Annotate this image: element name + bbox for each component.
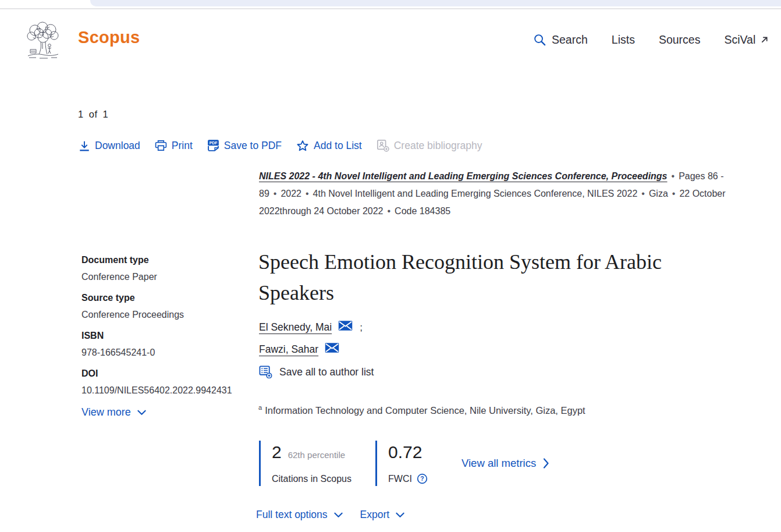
bullet-separator: • — [641, 189, 645, 198]
save-all-label: Save all to author list — [279, 366, 374, 378]
conference-name: 4th Novel Intelligent and Leading Emergi… — [313, 189, 638, 198]
scopus-wordmark[interactable]: Scopus — [78, 28, 140, 47]
document-toolbar: Download Print PDF Save to PDF Add to L — [79, 139, 482, 152]
nav-sources-label: Sources — [659, 33, 701, 47]
full-text-options-label: Full text options — [256, 509, 328, 521]
citations-percentile: 62th percentile — [288, 450, 345, 460]
download-button[interactable]: Download — [79, 140, 140, 152]
save-all-to-author-list-button[interactable]: Save all to author list — [259, 366, 374, 378]
nav-sources[interactable]: Sources — [659, 33, 701, 47]
field-label: Source type — [81, 293, 256, 303]
chevron-down-icon — [137, 410, 146, 416]
nav-search[interactable]: Search — [533, 33, 588, 47]
fwci-value: 0.72 — [388, 442, 422, 462]
field-doi: DOI 10.1109/NILES56402.2022.9942431 — [81, 368, 256, 396]
search-icon — [533, 33, 546, 47]
save-to-pdf-button[interactable]: PDF Save to PDF — [207, 139, 282, 152]
chevron-down-icon — [334, 512, 343, 518]
create-bibliography-label: Create bibliography — [394, 140, 482, 152]
field-document-type: Document type Conference Paper — [81, 255, 256, 282]
view-more-button[interactable]: View more — [81, 406, 256, 418]
field-value: 978-166545241-0 — [81, 347, 256, 358]
bibliography-icon — [377, 139, 389, 152]
field-value: Conference Paper — [81, 272, 256, 282]
document-details-sidebar: Document type Conference Paper Source ty… — [81, 255, 256, 418]
full-text-options-dropdown[interactable]: Full text options — [256, 509, 343, 521]
download-icon — [79, 140, 90, 152]
author-list: El Seknedy, Mai ; Fawzi, Sahar Save all … — [259, 321, 374, 378]
star-icon — [296, 140, 309, 152]
nav-search-label: Search — [552, 33, 588, 47]
add-to-list-button[interactable]: Add to List — [296, 140, 362, 152]
conference-code: Code 184385 — [395, 206, 450, 216]
bullet-separator: • — [672, 189, 676, 198]
conference-location: Giza — [649, 189, 668, 198]
affiliation-superscript: a — [258, 404, 262, 411]
citations-metric: 2 62th percentile Citations in Scopus — [259, 441, 375, 486]
document-title: Speech Emotion Recognition System for Ar… — [258, 247, 724, 308]
field-value: 10.1109/NILES56402.2022.9942431 — [81, 385, 256, 396]
save-to-pdf-label: Save to PDF — [224, 140, 282, 152]
top-navigation: Search Lists Sources SciVal — [533, 33, 768, 47]
nav-lists[interactable]: Lists — [612, 33, 635, 47]
author-link[interactable]: Fawzi, Sahar — [259, 343, 318, 356]
proceedings-link[interactable]: NILES 2022 - 4th Novel Intelligent and L… — [259, 171, 668, 181]
bottom-actions: Full text options Export — [256, 509, 404, 521]
view-all-metrics-label: View all metrics — [462, 457, 536, 470]
affiliation: aInformation Technology and Computer Sci… — [258, 404, 585, 416]
nav-scival[interactable]: SciVal — [724, 33, 768, 47]
bullet-separator: • — [388, 206, 391, 216]
create-bibliography-button[interactable]: Create bibliography — [377, 139, 482, 152]
svg-text:PDF: PDF — [209, 141, 217, 145]
elsevier-tree-logo[interactable] — [23, 21, 63, 59]
publication-year: 2022 — [281, 189, 301, 198]
add-to-list-label: Add to List — [314, 140, 362, 152]
email-icon[interactable] — [338, 320, 353, 331]
export-dropdown[interactable]: Export — [360, 509, 405, 521]
chevron-right-icon — [543, 458, 549, 469]
print-label: Print — [172, 140, 193, 152]
source-info: NILES 2022 - 4th Novel Intelligent and L… — [259, 168, 780, 220]
fwci-metric: 0.72 FWCI ? — [375, 441, 462, 486]
metrics-panel: 2 62th percentile Citations in Scopus 0.… — [259, 441, 549, 486]
export-label: Export — [360, 509, 390, 521]
result-pagination: 1 of 1 — [78, 109, 108, 120]
author-separator: ; — [360, 322, 363, 334]
chevron-down-icon — [396, 512, 404, 518]
field-label: DOI — [81, 368, 256, 379]
external-link-icon — [761, 36, 768, 44]
svg-text:?: ? — [420, 476, 424, 482]
field-label: Document type — [81, 255, 256, 265]
download-label: Download — [95, 140, 140, 152]
nav-lists-label: Lists — [612, 33, 635, 47]
nav-scival-label: SciVal — [724, 33, 755, 47]
field-isbn: ISBN 978-166545241-0 — [81, 331, 256, 358]
scopus-document-page: Scopus Search Lists Sources SciVal 1 of … — [0, 0, 781, 532]
email-icon[interactable] — [325, 342, 339, 353]
field-source-type: Source type Conference Proceedings — [81, 293, 256, 320]
affiliation-text: Information Technology and Computer Scie… — [265, 405, 585, 416]
help-icon[interactable]: ? — [417, 473, 428, 484]
browser-omnibox-remnant — [90, 0, 781, 6]
author-row: El Seknedy, Mai ; — [259, 321, 374, 334]
field-value: Conference Proceedings — [81, 310, 256, 320]
citations-value: 2 — [272, 442, 282, 462]
view-more-label: View more — [81, 406, 131, 418]
citations-label: Citations in Scopus — [272, 474, 375, 484]
fwci-label: FWCI — [388, 474, 412, 484]
chrome-divider — [0, 8, 781, 9]
print-button[interactable]: Print — [155, 140, 193, 152]
bullet-separator: • — [306, 189, 309, 198]
bullet-separator: • — [672, 171, 675, 181]
print-icon — [155, 140, 167, 151]
author-list-add-icon — [259, 366, 272, 378]
bullet-separator: • — [274, 189, 277, 198]
field-label: ISBN — [81, 331, 256, 341]
author-link[interactable]: El Seknedy, Mai — [259, 321, 332, 334]
author-row: Fawzi, Sahar — [259, 343, 374, 356]
pdf-icon: PDF — [207, 139, 219, 152]
view-all-metrics-link[interactable]: View all metrics — [462, 457, 549, 470]
